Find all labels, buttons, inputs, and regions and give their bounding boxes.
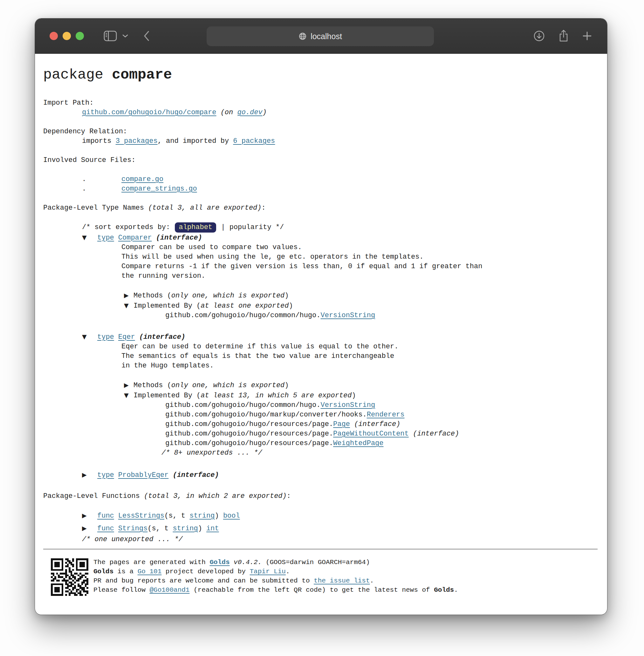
type-name-link[interactable]: Eqer	[118, 333, 135, 341]
implementer-link[interactable]: VersionString	[320, 311, 375, 320]
titlebar-actions	[533, 19, 592, 53]
minimize-icon[interactable]	[63, 32, 71, 40]
type-name-link[interactable]: Comparer	[118, 234, 152, 242]
screen: localhost	[0, 0, 644, 656]
go101-link[interactable]: Go 101	[138, 568, 162, 575]
expand-triangle-icon[interactable]: ▶	[82, 470, 97, 479]
collapse-triangle-icon[interactable]: ▼	[124, 390, 134, 400]
implementer-link[interactable]: PageWithoutContent	[333, 430, 409, 438]
sort-pipe: |	[217, 223, 230, 231]
imports-text: imports	[82, 137, 116, 145]
implementer-row: github.com/gohugoio/hugo/common/hugo.Ver…	[43, 311, 598, 320]
source-file-row: .compare_strings.go	[43, 184, 598, 194]
footer-run: PR and bug reports are welcome and can b…	[93, 577, 314, 585]
sidebar-icon[interactable]	[104, 30, 117, 41]
implementer-prefix: github.com/gohugoio/hugo/common/hugo.	[165, 401, 320, 409]
chevron-down-icon[interactable]	[122, 34, 129, 38]
type-kind	[168, 471, 172, 479]
implementer-link[interactable]: VersionString	[320, 401, 375, 409]
type-kind	[152, 234, 156, 242]
paren: (	[167, 381, 171, 389]
spacer	[43, 281, 598, 290]
file-bullet: .	[82, 175, 121, 184]
sort-option-alphabet[interactable]: alphabet	[175, 222, 216, 233]
expand-triangle-icon[interactable]: ▶	[82, 510, 97, 520]
sort-comment-close: */	[272, 223, 284, 231]
spacer	[43, 165, 598, 175]
type-keyword-link[interactable]: type	[97, 333, 114, 341]
dependency-label: Dependency Relation:	[43, 127, 598, 136]
expand-triangle-icon[interactable]: ▶	[124, 290, 134, 300]
footer-run: is a	[114, 568, 138, 575]
golds-link[interactable]: Golds	[209, 559, 230, 566]
param-type-link[interactable]: string	[189, 512, 214, 520]
package-path-link[interactable]: github.com/gohugoio/hugo/compare	[82, 108, 216, 116]
implementer-row: github.com/gohugoio/hugo/markup/converte…	[43, 410, 598, 420]
footer-run: Please follow	[93, 586, 150, 594]
implementer-link[interactable]: WeightedPage	[333, 439, 383, 447]
doc-line: Compare returns -1 if the given version …	[43, 262, 598, 271]
type-row-probablyeqer: ▶typeProbablyEqer (interface)	[43, 470, 598, 480]
sort-comment-open: /* sort exporteds by:	[82, 223, 174, 231]
return-type-link[interactable]: bool	[223, 512, 240, 520]
collapse-triangle-icon[interactable]: ▼	[82, 332, 97, 341]
spacer	[43, 501, 598, 510]
import-path-line: github.com/gohugoio/hugo/compare (on go.…	[43, 108, 598, 117]
methods-note: only one, which is exported	[171, 381, 284, 389]
imported-by-text: , and imported by	[158, 137, 233, 145]
imported-by-link[interactable]: 6 packages	[233, 137, 275, 145]
share-icon[interactable]	[558, 29, 569, 42]
address-bar[interactable]: localhost	[207, 26, 434, 46]
func-keyword-link[interactable]: func	[97, 525, 114, 532]
functions-header: Package-Level Functions (total 3, in whi…	[43, 491, 598, 501]
expand-triangle-icon[interactable]: ▶	[124, 380, 134, 390]
issue-list-link[interactable]: the issue list	[314, 577, 370, 585]
implementer-kind: (interface)	[409, 430, 459, 438]
godev-link[interactable]: go.dev	[237, 108, 262, 116]
collapse-triangle-icon[interactable]: ▼	[82, 233, 97, 242]
golds-version: v0.4.2.	[230, 559, 266, 566]
return-type-link[interactable]: int	[206, 525, 219, 532]
go100and1-link[interactable]: @Go100and1	[150, 586, 189, 594]
implementer-link[interactable]: Renderers	[367, 411, 405, 419]
new-tab-icon[interactable]	[582, 31, 592, 41]
type-name-link[interactable]: ProbablyEqer	[118, 471, 168, 479]
implementer-link[interactable]: Page	[333, 420, 350, 428]
paren: )	[284, 292, 289, 300]
func-name-link[interactable]: Strings	[118, 525, 147, 532]
signature-text: (s, t	[164, 512, 189, 520]
type-names-label: Package-Level Type Names	[43, 204, 144, 212]
back-icon[interactable]	[143, 30, 150, 42]
tapir-liu-link[interactable]: Tapir Liu	[250, 568, 286, 575]
collapse-triangle-icon[interactable]: ▼	[124, 301, 134, 310]
import-path-label: Import Path:	[43, 98, 598, 108]
imports-link[interactable]: 3 packages	[116, 137, 158, 145]
paren: (	[167, 292, 171, 300]
download-icon[interactable]	[533, 30, 545, 42]
golds-text: Golds	[93, 568, 114, 575]
doc-line: the running version.	[43, 271, 598, 281]
paren: )	[352, 392, 356, 399]
source-file-link[interactable]: compare.go	[121, 175, 163, 183]
source-file-link[interactable]: compare_strings.go	[121, 185, 197, 193]
implementer-row: github.com/gohugoio/hugo/resources/page.…	[43, 439, 598, 448]
sort-option-popularity[interactable]: popularity	[230, 223, 272, 231]
doc-line: Eqer can be used to determine if this va…	[43, 342, 598, 352]
footer-run: .	[370, 577, 374, 585]
expand-triangle-icon[interactable]: ▶	[82, 523, 97, 533]
footer-text: The pages are generated with Golds v0.4.…	[93, 558, 458, 595]
browser-window: localhost	[35, 19, 607, 615]
expand-icon[interactable]	[76, 32, 84, 40]
signature-text: )	[214, 512, 223, 520]
type-row-comparer: ▼typeComparer (interface)	[43, 233, 598, 243]
close-icon[interactable]	[50, 32, 58, 40]
func-name-link[interactable]: LessStrings	[118, 512, 164, 520]
spacer	[43, 371, 598, 380]
param-type-link[interactable]: string	[172, 525, 198, 532]
interface-label: (interface)	[172, 471, 219, 479]
on-text: (on	[216, 108, 237, 116]
func-keyword-link[interactable]: func	[97, 512, 114, 520]
address-text: localhost	[310, 32, 342, 41]
type-keyword-link[interactable]: type	[97, 471, 114, 479]
type-keyword-link[interactable]: type	[97, 234, 114, 242]
